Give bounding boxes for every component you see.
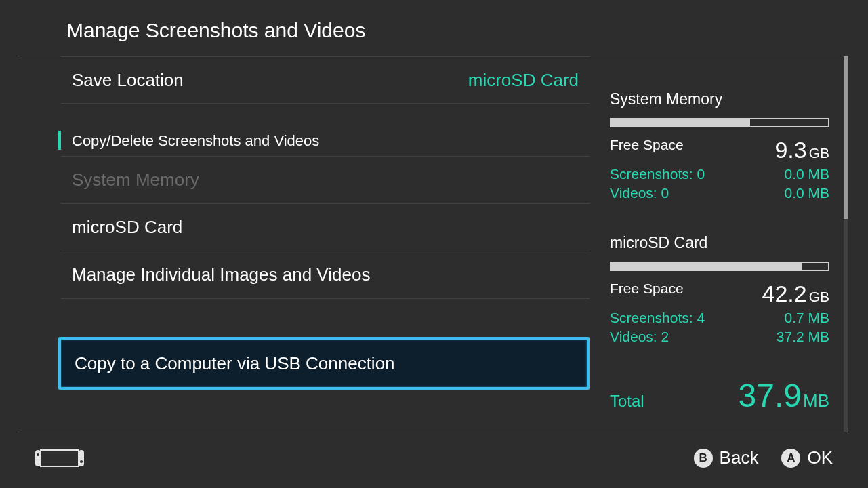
scrollbar[interactable] [844, 56, 848, 432]
system-memory-bar [610, 118, 829, 127]
controller-icon [35, 449, 84, 468]
menu-system-memory: System Memory [61, 157, 590, 204]
system-free-value: 9.3GB [774, 137, 829, 163]
total-label: Total [610, 392, 644, 411]
system-memory-fill [611, 119, 750, 126]
sd-free-value: 42.2GB [762, 281, 829, 307]
svg-point-3 [37, 453, 39, 456]
menu-microsd[interactable]: microSD Card [61, 204, 590, 251]
sd-screenshots: Screenshots: 4 [610, 310, 705, 326]
microsd-fill [611, 263, 802, 270]
system-videos-size: 0.0 MB [784, 185, 829, 201]
save-location-row[interactable]: Save Location microSD Card [61, 56, 590, 104]
svg-rect-0 [41, 450, 79, 466]
menu-manage-individual[interactable]: Manage Individual Images and Videos [61, 251, 590, 299]
sd-videos-size: 37.2 MB [777, 329, 829, 345]
copy-delete-header: Copy/Delete Screenshots and Videos [61, 125, 590, 157]
page-header: Manage Screenshots and Videos [20, 0, 848, 56]
system-screenshots: Screenshots: 0 [610, 166, 705, 182]
total-row: Total 37.9MB [610, 377, 829, 414]
microsd-bar [610, 262, 829, 271]
svg-rect-1 [35, 450, 41, 466]
system-memory-block: System Memory Free Space 9.3GB Screensho… [610, 90, 829, 201]
total-value: 37.9MB [739, 377, 829, 414]
ok-hint[interactable]: A OK [781, 447, 833, 468]
storage-column: System Memory Free Space 9.3GB Screensho… [590, 56, 848, 432]
button-hints: B Back A OK [694, 447, 833, 468]
sd-screenshots-size: 0.7 MB [784, 310, 829, 326]
save-location-label: Save Location [72, 70, 184, 91]
menu-column: Save Location microSD Card Copy/Delete S… [20, 56, 590, 432]
system-memory-title: System Memory [610, 90, 829, 108]
save-location-value: microSD Card [468, 70, 579, 91]
back-hint[interactable]: B Back [694, 447, 759, 468]
footer-bar: B Back A OK [20, 432, 848, 483]
sd-videos: Videos: 2 [610, 329, 669, 345]
microsd-title: microSD Card [610, 234, 829, 252]
sd-free-label: Free Space [610, 281, 684, 307]
system-free-label: Free Space [610, 137, 684, 163]
microsd-block: microSD Card Free Space 42.2GB Screensho… [610, 234, 829, 345]
copy-usb-button[interactable]: Copy to a Computer via USB Connection [58, 337, 590, 390]
b-button-icon: B [694, 449, 713, 468]
svg-rect-2 [79, 450, 84, 466]
scrollbar-thumb[interactable] [844, 56, 848, 219]
a-button-icon: A [781, 449, 800, 468]
system-videos: Videos: 0 [610, 185, 669, 201]
page-title: Manage Screenshots and Videos [66, 19, 848, 42]
content-area: Save Location microSD Card Copy/Delete S… [0, 56, 868, 432]
system-screenshots-size: 0.0 MB [784, 166, 829, 182]
svg-point-4 [80, 460, 83, 463]
